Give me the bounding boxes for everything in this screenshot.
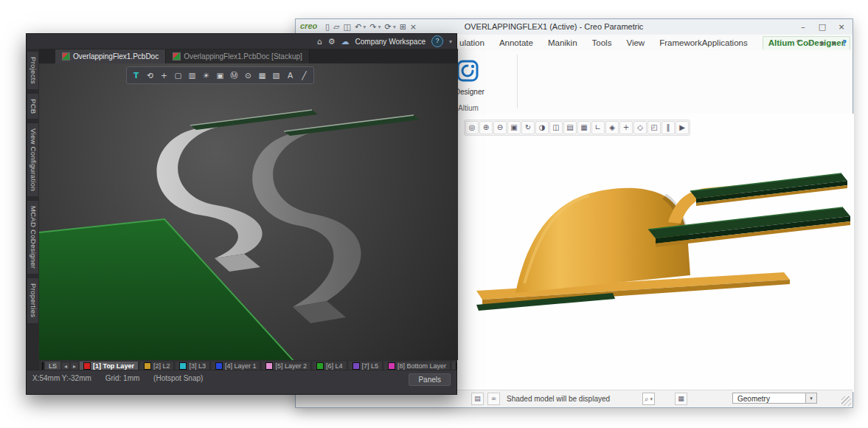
repaint-icon[interactable]: ↻: [521, 121, 535, 134]
layer-tab-label: [4] Layer 1: [225, 362, 257, 370]
tab-pcbdoc-stackup[interactable]: OverlappingFlex1.PcbDoc [Stackup]: [166, 49, 310, 63]
layer-scroll-right-icon[interactable]: ▸: [71, 362, 78, 370]
altium-sidebar: Projects PCB View Configuration MCAD CoD…: [27, 49, 39, 359]
regenerate-caret-icon[interactable]: ▾: [393, 23, 396, 31]
tab-tools[interactable]: Tools: [592, 38, 612, 47]
layer-color-swatch: [83, 362, 91, 370]
lasso-select-icon[interactable]: ⟲: [144, 69, 156, 82]
pause-icon[interactable]: ‖: [662, 121, 675, 134]
close-button[interactable]: ×: [833, 21, 850, 33]
redo-caret-icon[interactable]: ▾: [378, 23, 381, 31]
creo-quick-access-toolbar: ▯ ▱ ◫ ↶ ▾ ↷ ▾ ⟳ ▾ ⊞ ×: [325, 19, 417, 35]
workspace-label[interactable]: Company Workspace: [355, 38, 426, 46]
line-icon[interactable]: ╱: [298, 69, 310, 82]
selection-filter-caret-icon[interactable]: ▾: [806, 393, 817, 404]
status-message: Shaded model will be displayed: [507, 395, 610, 403]
save-icon[interactable]: ◫: [344, 23, 351, 31]
altium-3d-model: [39, 63, 458, 360]
snap-mode: (Hotspot Snap): [153, 374, 203, 382]
view-manager-icon[interactable]: ▦: [577, 121, 591, 134]
sidebar-item-pcb[interactable]: PCB: [27, 93, 39, 120]
settings-icon[interactable]: ⚙: [328, 37, 336, 46]
redo-icon[interactable]: ↷: [369, 23, 376, 31]
regenerate-icon[interactable]: ⟳: [384, 23, 391, 31]
tab-annotate[interactable]: Annotate: [499, 38, 533, 47]
zoom-region-icon[interactable]: ◎: [465, 121, 479, 134]
close-window-icon[interactable]: ×: [410, 23, 417, 31]
perspective-icon[interactable]: ◰: [647, 121, 661, 134]
spin-center-icon[interactable]: +: [619, 121, 633, 134]
undo-icon[interactable]: ↶: [355, 23, 361, 31]
message-log-icon[interactable]: ▤: [471, 393, 484, 405]
layer-tab-label: [7] L5: [362, 362, 379, 370]
sidebar-item-projects[interactable]: Projects: [27, 51, 39, 90]
altium-3d-viewport[interactable]: T ⟲ + ▢ ▥ ☀ ▣ Ⓜ ⊙ ▦ ▧ A ╱: [39, 63, 458, 360]
annotation-display-icon[interactable]: ◈: [605, 121, 619, 134]
altium-topbar[interactable]: ⌂ ⚙ ☁ Company Workspace ? ▾: [27, 34, 456, 49]
sidebar-item-mcad-codesigner[interactable]: MCAD CoDesigner: [27, 200, 39, 275]
new-file-icon[interactable]: ▯: [325, 23, 330, 31]
layer-color-swatch: [316, 362, 324, 370]
collapse-ribbon-icon[interactable]: ^: [795, 39, 801, 47]
grid-icon[interactable]: ▦: [256, 69, 268, 82]
filter-icon[interactable]: T: [130, 69, 142, 82]
minimize-button[interactable]: –: [795, 21, 811, 33]
windows-icon[interactable]: ⊞: [400, 23, 406, 31]
origin-icon[interactable]: ⊙: [242, 69, 254, 82]
tab-manikin[interactable]: Manikin: [548, 38, 577, 47]
pcbdoc-icon: [173, 52, 181, 61]
user-avatar[interactable]: ?: [431, 35, 443, 47]
ribbon-group-separator: [517, 55, 518, 108]
command-search-icon[interactable]: ⌕: [808, 38, 813, 47]
layer-tab-label: [1] Top Layer: [93, 362, 134, 370]
layer-tab-label: [8] Bottom Layer: [397, 362, 446, 370]
current-layer-swatch[interactable]: [42, 362, 44, 370]
saved-orientations-icon[interactable]: ▤: [563, 121, 577, 134]
notebook-icon[interactable]: ▦: [675, 393, 687, 405]
undo-caret-icon[interactable]: ▾: [363, 23, 366, 31]
resize-grip[interactable]: [841, 396, 851, 406]
display-style-icon[interactable]: ◫: [549, 121, 563, 134]
tab-view[interactable]: View: [626, 38, 645, 47]
tab-pcbdoc[interactable]: OverlappingFlex1.PcbDoc: [55, 49, 166, 63]
area-select-icon[interactable]: ▢: [172, 69, 184, 82]
find-dropdown[interactable]: ⌕ ▾: [642, 393, 655, 405]
resume-icon[interactable]: ▶: [676, 121, 689, 134]
layer-color-swatch: [265, 362, 273, 370]
zoom-out-icon[interactable]: ⊖: [493, 121, 507, 134]
snapshot-icon[interactable]: ▧: [270, 69, 282, 82]
stackup-icon[interactable]: ▥: [186, 69, 198, 82]
move-icon[interactable]: +: [158, 69, 170, 82]
sidebar-item-view-configuration[interactable]: View Configuration: [27, 122, 39, 197]
shading-icon[interactable]: ◑: [535, 121, 549, 134]
maximize-button[interactable]: □: [814, 21, 830, 33]
favorites-icon[interactable]: ★: [819, 39, 825, 47]
text-icon[interactable]: A: [284, 69, 296, 82]
creo-window-controls: – □ ×: [795, 19, 850, 35]
ribbon-options-icon[interactable]: ▾: [832, 39, 836, 47]
refit-icon[interactable]: ▣: [507, 121, 521, 134]
altium-document-tabbar: OverlappingFlex1.PcbDoc OverlappingFlex1…: [39, 49, 458, 63]
altium-3d-toolbar: T ⟲ + ▢ ▥ ☀ ▣ Ⓜ ⊙ ▦ ▧ A ╱: [126, 66, 314, 84]
home-icon[interactable]: ⌂: [317, 37, 322, 46]
altium-statusbar: X:54mm Y:-32mm Grid: 1mm (Hotspot Snap) …: [27, 370, 456, 394]
workspace-icon: ☁: [341, 37, 350, 46]
datum-display-icon[interactable]: ∟: [591, 121, 605, 134]
user-menu-caret-icon[interactable]: ▾: [449, 38, 452, 45]
tab-simulation[interactable]: ulation: [459, 38, 485, 47]
render-options-icon[interactable]: ☀: [200, 69, 212, 82]
sidebar-item-properties[interactable]: Properties: [27, 277, 39, 323]
panels-button[interactable]: Panels: [409, 373, 451, 386]
selection-filter-dropdown[interactable]: Geometry: [732, 393, 806, 404]
tab-pcbdoc-stackup-label: OverlappingFlex1.PcbDoc [Stackup]: [184, 52, 302, 61]
review-icon[interactable]: ∞: [487, 393, 500, 405]
layer-scroll-left-icon[interactable]: ◂: [62, 362, 69, 370]
tab-framework-applications[interactable]: FrameworkApplications: [659, 38, 748, 47]
dragger-icon[interactable]: ◇: [633, 121, 647, 134]
open-file-icon[interactable]: ▱: [333, 23, 339, 31]
help-icon[interactable]: ?: [842, 39, 847, 47]
zoom-in-icon[interactable]: ⊕: [479, 121, 493, 134]
layers-icon[interactable]: ▣: [214, 69, 226, 82]
measure-icon[interactable]: Ⓜ: [228, 69, 240, 82]
find-caret-icon: ▾: [650, 396, 653, 402]
